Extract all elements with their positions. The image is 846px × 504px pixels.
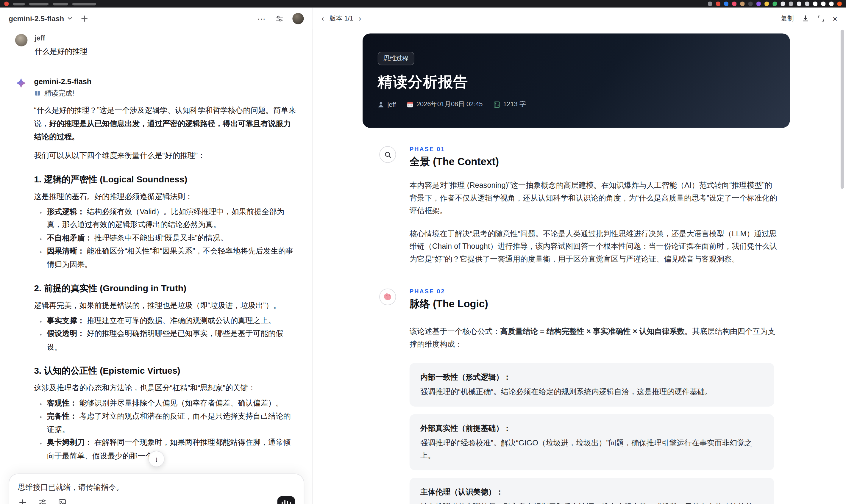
tune-icon[interactable] — [275, 14, 283, 22]
dimension-card: 外部真实性（前提基础）： 强调推理的“经验校准”。解决“GIGO（垃圾进，垃圾出… — [410, 414, 774, 470]
dimension-card: 主体伦理（认识美德）： 转向推理者的心理特征。引入奥卡姆剃刀和反向论证，旨在克服… — [410, 478, 774, 504]
calendar-icon — [407, 101, 413, 108]
menubar-app-icon[interactable] — [724, 1, 728, 6]
section-intro: 这是推理的基石。好的推理必须遵循逻辑法则： — [34, 190, 296, 203]
chevron-right-icon[interactable]: › — [359, 15, 361, 22]
menubar — [0, 0, 846, 7]
voice-input-button[interactable] — [278, 496, 295, 504]
menubar-app-icon[interactable] — [805, 1, 809, 6]
menubar-left — [4, 1, 96, 6]
phase-title: 脉络 (The Logic) — [410, 297, 790, 311]
card-title: 外部真实性（前提基础）： — [420, 422, 763, 434]
phase-label: PHASE 02 — [410, 288, 790, 294]
waveform-bar — [282, 502, 283, 504]
menubar-app-icon[interactable] — [748, 1, 753, 6]
card-title: 主体伦理（认识美德）： — [420, 486, 763, 498]
tools-icon[interactable] — [38, 498, 47, 504]
report-title: 精读分析报告 — [378, 72, 775, 92]
scrollbar-thumb[interactable] — [841, 30, 844, 189]
person-icon — [378, 101, 384, 108]
list-item: 奥卡姆剃刀： 在解释同一个现象时，如果两种推理都能站得住脚，通常倾向于最简单、假… — [47, 436, 296, 462]
attach-plus-icon[interactable] — [19, 499, 26, 504]
bullet-label: 不自相矛盾： — [47, 233, 92, 242]
preview-header: ‹ 版本 1/1 › 复制 × — [313, 7, 846, 29]
paragraph: 我们可以从以下四个维度来衡量什么是“好的推理”： — [34, 148, 296, 162]
menubar-app-icon[interactable] — [732, 1, 737, 6]
assistant-name: gemini-2.5-flash — [34, 76, 296, 86]
scroll-to-bottom-button[interactable]: ↓ — [148, 451, 164, 467]
menubar-menu-item[interactable] — [13, 2, 25, 5]
composer-input[interactable]: 思维接口已就绪，请传输指令。 — [18, 482, 295, 492]
menubar-app-icon[interactable] — [789, 1, 793, 6]
model-selector-label: gemini-2.5-flash — [8, 14, 64, 22]
copy-button[interactable]: 复制 — [781, 14, 794, 23]
composer-toolbar — [19, 498, 66, 504]
menubar-app-icon[interactable] — [764, 1, 769, 6]
waveform-bar — [287, 501, 288, 504]
list-item: 不自相矛盾： 推理链条中不能出现“既是又非”的情况。 — [47, 231, 296, 244]
menubar-menu-item[interactable] — [29, 2, 49, 5]
composer[interactable]: 思维接口已就绪，请传输指令。 — [8, 473, 304, 504]
preview-panel: ‹ 版本 1/1 › 复制 × 思维过程 精读分析报告 — [313, 7, 846, 504]
version-label: 版本 1/1 — [330, 14, 353, 23]
menubar-app-icon[interactable] — [838, 1, 842, 6]
user-name: jeff — [35, 33, 296, 43]
account-avatar[interactable] — [292, 13, 304, 24]
author-name: jeff — [387, 101, 396, 108]
menubar-app-icon[interactable] — [740, 1, 745, 6]
menubar-app-icon[interactable] — [821, 1, 826, 6]
download-icon[interactable] — [802, 15, 809, 22]
plus-icon — [81, 15, 88, 22]
phase-1-section: PHASE 01 全景 (The Context) 本内容是对“推理 (Reas… — [363, 145, 790, 265]
menubar-app-icon[interactable] — [829, 1, 834, 6]
new-chat-button[interactable] — [81, 15, 88, 22]
bullet-label: 假设透明： — [47, 329, 85, 338]
card-body: 转向推理者的心理特征。引入奥卡姆剃刀和反向论证，旨在克服人类（或机器）天然存在的… — [420, 500, 763, 504]
chat-scroll-area: jeff 什么是好的推理 gem — [0, 29, 312, 504]
menubar-menu-item[interactable] — [53, 2, 68, 5]
menubar-app-icon[interactable] — [708, 1, 712, 6]
menubar-app-icon[interactable] — [756, 1, 761, 6]
assistant-status: 精读完成! — [34, 88, 296, 98]
formula-bold: 高质量结论 = 结构完整性 × 事实准确性 × 认知自律系数 — [500, 327, 685, 335]
chevron-left-icon[interactable]: ‹ — [321, 15, 324, 22]
waveform-bar — [289, 502, 291, 504]
phase-title: 全景 (The Context) — [410, 155, 790, 169]
dimension-card: 内部一致性（形式逻辑）： 强调推理的“机械正确”。结论必须在给定的规则系统内逻辑… — [410, 363, 774, 407]
menubar-status-icons — [708, 1, 842, 6]
bullet-list: 客观性： 能够识别并尽量排除个人偏见（如幸存者偏差、确认偏差）。 完备性： 考虑… — [34, 396, 296, 462]
menubar-app-icon[interactable] — [781, 1, 785, 6]
close-icon[interactable]: × — [833, 14, 838, 22]
text-run-bold: 好的推理是从已知信息出发，通过严密的逻辑路径，得出可靠且有说服力结论的过程。 — [34, 119, 291, 141]
card-body: 强调推理的“经验校准”。解决“GIGO（垃圾进，垃圾出）”问题，确保推理引擎运行… — [420, 436, 763, 462]
bullet-text: 能够识别并尽量排除个人偏见（如幸存者偏差、确认偏差）。 — [79, 398, 283, 407]
menubar-app-icon[interactable] — [797, 1, 801, 6]
model-selector[interactable]: gemini-2.5-flash — [8, 14, 72, 22]
more-options-button[interactable]: ⋯ — [258, 14, 266, 22]
bullet-label: 奥卡姆剃刀： — [47, 438, 92, 447]
menubar-app-icon[interactable] — [716, 1, 720, 6]
assistant-message: gemini-2.5-flash 精读完成! “什么是好的推理？”这是一个涉及逻… — [15, 76, 296, 504]
menubar-menu-item[interactable] — [72, 2, 96, 5]
bullet-text: 推理链条中不能出现“既是又非”的情况。 — [94, 233, 228, 242]
app-window: gemini-2.5-flash ⋯ jeff — [0, 7, 846, 504]
menubar-app-icon[interactable] — [813, 1, 817, 6]
bullet-label: 完备性： — [47, 412, 77, 420]
list-item: 因果清晰： 能准确区分“相关性”和“因果关系”，不会轻率地将先后发生的事情归为因… — [47, 244, 296, 271]
bullet-text: 考虑了对立的观点和潜在的反证，而不是只选择支持自己结论的证据。 — [47, 412, 291, 433]
image-icon[interactable] — [58, 498, 66, 504]
report-meta: jeff 2026年01月08日 02:45 1213 字 — [378, 100, 775, 109]
arrow-down-icon: ↓ — [155, 455, 158, 463]
preview-actions: 复制 × — [781, 14, 838, 23]
report-date: 2026年01月08日 02:45 — [417, 100, 483, 109]
chat-header-actions: ⋯ — [258, 13, 304, 24]
meta-date: 2026年01月08日 02:45 — [407, 100, 482, 109]
user-message-text: 什么是好的推理 — [35, 45, 296, 57]
section-intro: 逻辑再完美，如果前提是错误的，推理也是垃圾（即“垃圾进，垃圾出”）。 — [34, 299, 296, 312]
section-heading: 1. 逻辑的严密性 (Logical Soundness) — [34, 173, 296, 186]
menubar-app-icon[interactable] — [4, 1, 9, 6]
menubar-app-icon[interactable] — [773, 1, 777, 6]
expand-icon[interactable] — [817, 15, 825, 22]
brain-icon — [383, 293, 392, 301]
version-navigator: ‹ 版本 1/1 › — [321, 14, 361, 23]
